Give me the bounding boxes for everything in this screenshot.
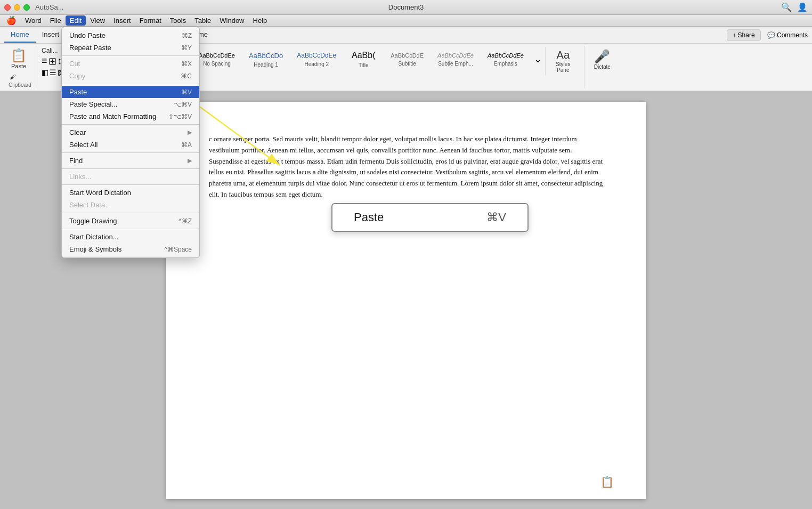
menu-window[interactable]: Window [215, 15, 248, 26]
document-page[interactable]: c ornare semper porta. Sed mauris velit,… [166, 102, 646, 499]
menu-word[interactable]: Word [21, 15, 46, 26]
menu-separator-3 [62, 124, 199, 125]
menu-item-paste-match[interactable]: Paste and Match Formatting ⇧⌥⌘V [62, 110, 199, 123]
menu-item-start-dictation[interactable]: Start Dictation... [62, 231, 199, 243]
ribbon-group-styles: AaBbCcDdEe Normal AaBbCcDdEe No Spacing … [136, 46, 584, 88]
user-icon[interactable]: 👤 [797, 2, 808, 12]
menu-separator-7 [62, 213, 199, 213]
numbered-list-btn[interactable]: ⊞ [48, 55, 56, 67]
menu-separator-6 [62, 184, 199, 185]
paste-button[interactable]: 📋 Paste [7, 47, 30, 71]
title-bar-right: 🔍 👤 [781, 2, 808, 12]
close-button[interactable] [4, 4, 11, 11]
menu-tools[interactable]: Tools [166, 15, 190, 26]
paste-clipboard-icon: 📋 [600, 475, 614, 488]
menu-separator-8 [62, 229, 199, 229]
paste-tooltip[interactable]: Paste ⌘V [331, 203, 529, 232]
paste-tooltip-label: Paste [354, 211, 384, 224]
menu-item-clear[interactable]: Clear ▶ [62, 126, 199, 139]
styles-pane-button[interactable]: Aa Styles Pane [545, 47, 581, 75]
style-no-spacing[interactable]: AaBbCcDdEe No Spacing [193, 49, 241, 69]
menu-separator-5 [62, 168, 199, 169]
autosave-label: AutoSa... [35, 3, 63, 11]
menu-item-select-all[interactable]: Select All ⌘A [62, 139, 199, 151]
share-button[interactable]: ↑ Share [727, 29, 760, 41]
style-gallery: AaBbCcDdEe Normal AaBbCcDdEe No Spacing … [140, 47, 544, 71]
search-icon[interactable]: 🔍 [781, 2, 792, 12]
menu-insert[interactable]: Insert [109, 15, 135, 26]
bullet-list-btn[interactable]: ≡ [42, 55, 47, 67]
menu-separator-4 [62, 152, 199, 153]
more-styles-btn[interactable]: ⌄ [532, 52, 544, 66]
menu-item-select-data: Select Data... [62, 199, 199, 211]
menu-item-start-word-dictation[interactable]: Start Word Dictation [62, 187, 199, 199]
document-title: Document3 [388, 3, 424, 11]
menu-item-copy: Copy ⌘C [62, 70, 199, 82]
minimize-button[interactable] [14, 4, 20, 11]
clipboard-tools: 🖌 [7, 72, 18, 81]
paste-icon: 📋 [11, 49, 27, 62]
microphone-icon: 🎤 [594, 49, 610, 64]
menu-item-repeat-paste[interactable]: Repeat Paste ⌘Y [62, 42, 199, 54]
title-bar: AutoSa... Document3 🔍 👤 [0, 0, 812, 15]
menu-file[interactable]: File [46, 15, 66, 26]
menu-item-cut: Cut ⌘X [62, 58, 199, 70]
styles-pane-icon: Aa [557, 49, 570, 61]
apple-menu[interactable]: 🍎 [2, 16, 21, 26]
menu-item-links: Links... [62, 171, 199, 183]
align-left-btn[interactable]: ◧ [42, 68, 48, 77]
style-heading2[interactable]: AaBbCcDdEe Heading 2 [291, 48, 342, 70]
tab-home[interactable]: Home [4, 27, 36, 43]
maximize-button[interactable] [23, 4, 30, 11]
edit-dropdown-menu: Undo Paste ⌘Z Repeat Paste ⌘Y Cut ⌘X Cop… [61, 27, 200, 258]
ribbon-group-paste: 📋 Paste 🖌 Clipboard [4, 46, 36, 88]
menu-item-emoji-symbols[interactable]: Emoji & Symbols ^⌘Space [62, 243, 199, 255]
menu-format[interactable]: Format [135, 15, 166, 26]
menu-bar: 🍎 Word File Edit View Insert Format Tool… [0, 15, 812, 27]
align-center-btn[interactable]: ☰ [50, 68, 56, 77]
menu-item-toggle-drawing[interactable]: Toggle Drawing ^⌘Z [62, 215, 199, 227]
menu-separator-2 [62, 84, 199, 84]
paste-tooltip-shortcut: ⌘V [486, 211, 506, 224]
ribbon-right-actions: ↑ Share 💬 Comments [727, 29, 808, 41]
menu-item-find[interactable]: Find ▶ [62, 155, 199, 167]
format-painter-btn[interactable]: 🖌 [7, 72, 18, 81]
style-emphasis[interactable]: AaBbCcDdEe Emphasis [482, 49, 530, 69]
document-text: c ornare semper porta. Sed mauris velit,… [209, 134, 603, 200]
menu-item-paste[interactable]: Paste ⌘V [62, 86, 199, 98]
menu-item-paste-special[interactable]: Paste Special... ⌥⌘V [62, 98, 199, 110]
comments-button[interactable]: 💬 Comments [767, 31, 808, 39]
menu-item-undo-paste[interactable]: Undo Paste ⌘Z [62, 29, 199, 42]
menu-help[interactable]: Help [249, 15, 272, 26]
menu-view[interactable]: View [86, 15, 109, 26]
traffic-lights[interactable] [4, 4, 30, 11]
font-name[interactable]: Cali... [42, 47, 58, 54]
menu-edit[interactable]: Edit [66, 15, 86, 26]
menu-separator-1 [62, 55, 199, 56]
style-title[interactable]: AaBb( Title [344, 47, 383, 71]
style-subtitle[interactable]: AaBbCcDdE Subtitle [385, 49, 429, 69]
style-heading1[interactable]: AaBbCcDo Heading 1 [243, 48, 289, 70]
menu-table[interactable]: Table [190, 15, 215, 26]
dictate-button[interactable]: 🎤 Dictate [590, 47, 615, 72]
style-subtle-emph[interactable]: AaBbCcDdEe Subtle Emph... [432, 49, 480, 69]
ribbon-group-dictate: 🎤 Dictate [587, 46, 619, 88]
